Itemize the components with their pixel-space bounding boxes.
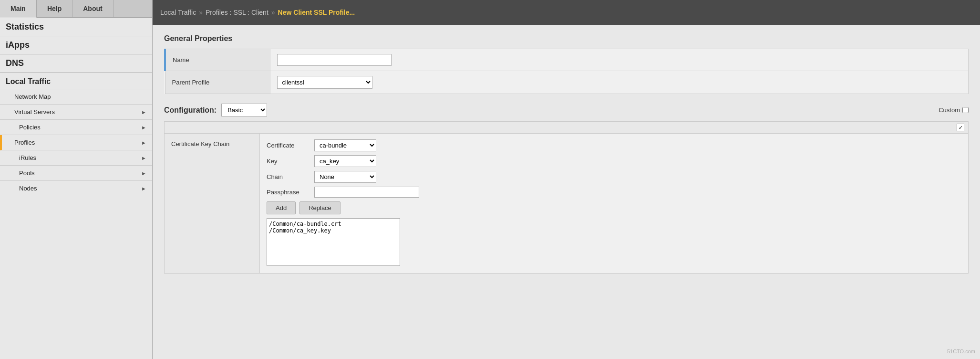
sidebar-item-label: iRules xyxy=(19,154,36,161)
cert-action-buttons: Add Replace xyxy=(267,201,961,214)
custom-checkbox-container: Custom xyxy=(939,106,969,114)
chain-select[interactable]: None xyxy=(314,171,376,183)
sidebar-item-label: Network Map xyxy=(14,93,51,100)
sidebar-item-virtual-servers[interactable]: Virtual Servers ► xyxy=(0,105,152,120)
chevron-right-icon: ► xyxy=(141,186,146,191)
config-box: ✓ Certificate Key Chain Certificate ca-b… xyxy=(164,121,969,274)
tab-help[interactable]: Help xyxy=(37,0,72,17)
main-content: Local Traffic » Profiles : SSL : Client … xyxy=(153,0,980,359)
general-properties-title: General Properties xyxy=(164,34,969,43)
config-inner: Certificate Key Chain Certificate ca-bun… xyxy=(165,134,968,273)
content-area: General Properties Name Parent Profile c… xyxy=(153,25,980,359)
custom-label: Custom xyxy=(939,106,960,114)
config-checked-indicator: ✓ xyxy=(957,124,964,131)
chain-label: Chain xyxy=(267,173,309,180)
certificate-row: Certificate ca-bundle xyxy=(267,139,961,151)
breadcrumb-bar: Local Traffic » Profiles : SSL : Client … xyxy=(153,0,980,25)
chevron-right-icon: ► xyxy=(141,155,146,161)
name-label: Name xyxy=(165,49,270,71)
parent-profile-row: Parent Profile clientssl xyxy=(165,71,969,94)
sidebar-item-irules[interactable]: iRules ► xyxy=(0,150,152,166)
chevron-right-icon: ► xyxy=(141,109,146,115)
sidebar-item-profiles[interactable]: Profiles ► xyxy=(0,135,152,150)
sidebar-item-label: Pools xyxy=(19,169,35,177)
passphrase-input[interactable] xyxy=(314,187,419,198)
sidebar-item-iapps[interactable]: iApps xyxy=(0,36,152,54)
cert-key-fields: Certificate ca-bundle Key ca_key xyxy=(260,134,968,273)
cert-key-chain-label: Certificate Key Chain xyxy=(165,134,260,273)
parent-profile-label: Parent Profile xyxy=(165,71,270,94)
general-properties-table: Name Parent Profile clientssl xyxy=(164,49,969,94)
sidebar-item-dns[interactable]: DNS xyxy=(0,54,152,73)
key-label: Key xyxy=(267,158,309,165)
replace-button[interactable]: Replace xyxy=(299,201,340,214)
chain-row: Chain None xyxy=(267,171,961,183)
configuration-header: Configuration: Basic Advanced Custom xyxy=(164,104,969,116)
sidebar-item-label: Policies xyxy=(19,124,41,131)
breadcrumb-profiles-ssl-client: Profiles : SSL : Client xyxy=(206,9,268,16)
certificate-select[interactable]: ca-bundle xyxy=(314,139,376,151)
breadcrumb-sep-1: » xyxy=(199,9,203,16)
name-cell xyxy=(270,49,969,71)
parent-profile-cell: clientssl xyxy=(270,71,969,94)
key-select[interactable]: ca_key xyxy=(314,155,376,167)
configuration-mode-select[interactable]: Basic Advanced xyxy=(221,104,267,116)
key-row: Key ca_key xyxy=(267,155,961,167)
cert-list-area: /Common/ca-bundle.crt /Common/ca_key.key xyxy=(267,218,400,267)
chevron-right-icon: ► xyxy=(141,125,146,130)
breadcrumb-sep-2: » xyxy=(271,9,275,16)
passphrase-row: Passphrase xyxy=(267,187,961,198)
passphrase-label: Passphrase xyxy=(267,189,309,196)
sidebar-item-pools[interactable]: Pools ► xyxy=(0,166,152,181)
sidebar-item-label: Nodes xyxy=(19,185,37,192)
sidebar-item-statistics[interactable]: Statistics xyxy=(0,18,152,36)
sidebar: Main Help About Statistics iApps DNS Loc… xyxy=(0,0,153,359)
sidebar-item-policies[interactable]: Policies ► xyxy=(0,120,152,135)
chevron-right-icon: ► xyxy=(141,170,146,176)
add-button[interactable]: Add xyxy=(267,201,296,214)
configuration-label: Configuration: xyxy=(164,106,217,115)
custom-checkbox[interactable] xyxy=(962,107,969,113)
top-tabs: Main Help About xyxy=(0,0,152,18)
parent-profile-select[interactable]: clientssl xyxy=(277,76,372,89)
sidebar-item-label: Profiles xyxy=(14,139,35,146)
name-input[interactable] xyxy=(277,54,392,66)
cert-list[interactable]: /Common/ca-bundle.crt /Common/ca_key.key xyxy=(267,218,400,266)
sidebar-item-nodes[interactable]: Nodes ► xyxy=(0,181,152,196)
breadcrumb-local-traffic: Local Traffic xyxy=(160,9,196,16)
tab-main[interactable]: Main xyxy=(0,0,37,18)
chevron-right-icon: ► xyxy=(141,140,146,146)
certificate-label: Certificate xyxy=(267,142,309,149)
sidebar-item-label: Virtual Servers xyxy=(14,108,55,116)
tab-about[interactable]: About xyxy=(72,0,113,17)
sidebar-item-network-map[interactable]: Network Map xyxy=(0,89,152,105)
sidebar-group-local-traffic[interactable]: Local Traffic xyxy=(0,73,152,89)
breadcrumb-current: New Client SSL Profile... xyxy=(278,9,355,16)
name-row: Name xyxy=(165,49,969,71)
